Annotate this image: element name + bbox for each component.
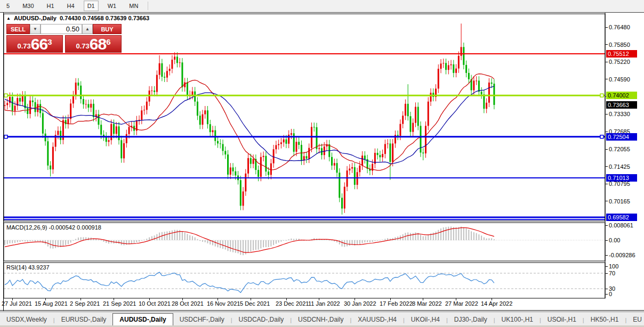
rsi-indicator-label: RSI(14) 43.9237 bbox=[6, 264, 50, 271]
rsi-tick-mark bbox=[606, 289, 608, 289]
tab-eurusd-daily[interactable]: EURUSD-,Daily bbox=[55, 314, 113, 326]
level-price-badge: 0.74002 bbox=[606, 92, 637, 99]
tab-usdx-weekly[interactable]: USDX,Weekly bbox=[0, 314, 53, 326]
chart-title: ▲ AUDUSD-,Daily 0.74430 0.74568 0.73639 … bbox=[6, 15, 149, 21]
rsi-tick-mark bbox=[606, 273, 608, 274]
macd-main-value: -0.000542 bbox=[49, 224, 75, 231]
date-axis-label: 16 Nov 2021 bbox=[207, 300, 240, 307]
price-tick-mark bbox=[606, 132, 608, 132]
date-axis-label: 28 Oct 2021 bbox=[172, 300, 204, 307]
current-price-badge: 0.73663 bbox=[606, 101, 637, 109]
macd-tick-mark bbox=[606, 225, 608, 226]
rsi-name: RSI(14) bbox=[6, 264, 27, 271]
sell-button[interactable]: SELL bbox=[6, 24, 30, 34]
rsi-tick-label: 70 bbox=[609, 270, 642, 276]
price-tick-mark bbox=[606, 79, 608, 79]
price-tick-mark bbox=[606, 44, 608, 45]
macd-name: MACD(12,26,9) bbox=[6, 224, 47, 231]
date-axis-label: 11 Jan 2022 bbox=[308, 300, 340, 307]
price-tick-label: 0.74590 bbox=[609, 76, 642, 83]
buy-price-sup: 6 bbox=[106, 37, 110, 46]
tab-usdchf-daily[interactable]: USDCHF-,Daily bbox=[173, 314, 231, 326]
sell-price-small: 0.73 bbox=[17, 42, 30, 50]
tab-usdcnh-daily[interactable]: USDCNH-,Daily bbox=[292, 314, 350, 326]
date-axis-label: 2 Sep 2021 bbox=[70, 300, 100, 307]
buy-price-small: 0.73 bbox=[76, 42, 89, 50]
sell-price-display[interactable]: 0.73 66 3 bbox=[6, 35, 63, 53]
macd-tick-mark bbox=[606, 255, 608, 256]
level-price-badge: 0.72504 bbox=[606, 133, 637, 141]
price-tick-label: 0.73330 bbox=[609, 111, 642, 117]
tab-ukoil-h4[interactable]: UKOil-,H4 bbox=[405, 314, 446, 326]
tab-xauusd-h4[interactable]: XAUUSD-,H4 bbox=[351, 314, 403, 326]
price-tick-mark bbox=[606, 114, 608, 115]
price-tick-mark bbox=[606, 149, 608, 150]
price-tick-label: 0.76480 bbox=[609, 24, 642, 30]
price-tick-mark bbox=[606, 201, 608, 201]
macd-signal-value: 0.000918 bbox=[77, 224, 101, 231]
one-click-trade-panel: SELL ▼ 0.50 ▲ BUY 0.73 66 3 0.73 68 6 bbox=[6, 24, 122, 53]
level-price-badge: 0.71013 bbox=[606, 174, 637, 182]
price-tick-mark bbox=[606, 166, 608, 167]
macd-tick-mark bbox=[606, 240, 608, 241]
rsi-tick-mark bbox=[606, 294, 608, 295]
macd-tick-label: -0.009286 bbox=[609, 252, 642, 258]
date-axis-label: 17 Feb 2022 bbox=[380, 300, 413, 307]
volume-decrease-button[interactable]: ▼ bbox=[30, 24, 41, 34]
price-tick-label: 0.71425 bbox=[609, 164, 642, 170]
chart-title-symbol: AUDUSD-,Daily bbox=[14, 15, 57, 21]
macd-indicator-label: MACD(12,26,9) -0.000542 0.000918 bbox=[6, 224, 101, 231]
price-tick-label: 0.70795 bbox=[609, 181, 642, 187]
chart-title-ohlc: 0.74430 0.74568 0.73639 0.73663 bbox=[60, 15, 149, 21]
date-axis-label: 27 Jul 2021 bbox=[2, 300, 32, 307]
tab-audusd-daily[interactable]: AUDUSD-,Daily bbox=[112, 313, 173, 326]
date-axis-label: 8 Mar 2022 bbox=[412, 300, 442, 307]
price-tick-label: 0.72055 bbox=[609, 146, 642, 152]
volume-input[interactable]: 0.50 bbox=[41, 24, 82, 34]
tab-usdcad-daily[interactable]: USDCAD-,Daily bbox=[232, 314, 291, 326]
chart-tab-bar: USDX,Weekly|EURUSD-,DailyAUDUSD-,DailyUS… bbox=[0, 312, 644, 326]
price-tick-mark bbox=[606, 27, 608, 28]
price-tick-label: 0.75220 bbox=[609, 59, 642, 65]
price-tick-label: 0.75850 bbox=[609, 42, 642, 48]
date-axis-label: 23 Dec 2021 bbox=[276, 300, 309, 307]
price-tick-label: 0.70165 bbox=[609, 198, 642, 205]
buy-price-big: 68 bbox=[90, 37, 106, 52]
tab-usoil-h1[interactable]: USOil-,H1 bbox=[541, 314, 583, 326]
volume-increase-button[interactable]: ▲ bbox=[82, 24, 93, 34]
rsi-value: 43.9237 bbox=[28, 264, 50, 271]
tab-hk50-h1[interactable]: HK50-,H1 bbox=[584, 314, 625, 326]
macd-tick-label: 0.008061 bbox=[609, 222, 642, 228]
date-axis-label: 30 Jan 2022 bbox=[344, 300, 376, 307]
rsi-tick-label: 0 bbox=[609, 291, 642, 297]
sell-price-sup: 3 bbox=[47, 37, 52, 46]
tab-eu[interactable]: EU bbox=[626, 314, 644, 326]
buy-price-display[interactable]: 0.73 68 6 bbox=[65, 35, 122, 53]
sell-price-big: 66 bbox=[31, 37, 47, 52]
level-price-badge: 0.69582 bbox=[606, 214, 637, 221]
date-axis-label: 27 Mar 2022 bbox=[445, 300, 478, 307]
date-axis-label: 14 Apr 2022 bbox=[481, 300, 512, 307]
price-tick-mark bbox=[606, 184, 608, 184]
symbol-triangle-icon: ▲ bbox=[6, 16, 11, 21]
rsi-tick-label: 100 bbox=[609, 263, 642, 269]
macd-tick-label: 0.00 bbox=[609, 237, 642, 243]
tab-uk100-h1[interactable]: UK100-,H1 bbox=[495, 314, 540, 326]
date-axis-label: 10 Oct 2021 bbox=[139, 300, 171, 307]
date-axis-label: 21 Sep 2021 bbox=[103, 300, 136, 307]
date-axis-label: 5 Dec 2021 bbox=[240, 300, 270, 307]
price-tick-mark bbox=[606, 62, 608, 62]
date-axis-label: 15 Aug 2021 bbox=[35, 300, 68, 307]
rsi-tick-mark bbox=[606, 266, 608, 267]
buy-button[interactable]: BUY bbox=[93, 24, 122, 34]
tab-dj30-daily[interactable]: DJ30-,Daily bbox=[448, 314, 494, 326]
level-price-badge: 0.75512 bbox=[606, 50, 637, 58]
